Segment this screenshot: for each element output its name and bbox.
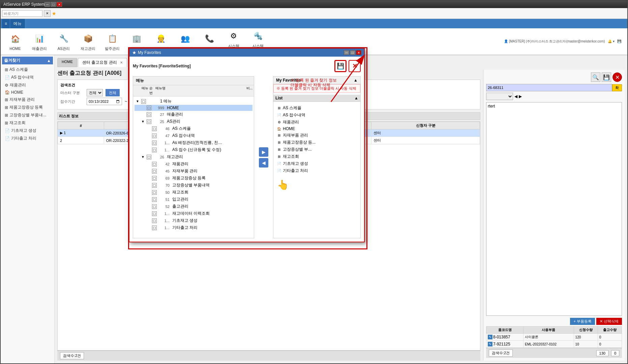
detail-row[interactable]: ✎ 8-013857 사이클론 120 0 [486, 334, 622, 341]
sidebar-item-fault-reg[interactable]: ⊞ 제품고장증상 등록 [2, 103, 53, 111]
restore-button[interactable]: □ [51, 2, 56, 7]
master-select[interactable]: 전체 [87, 89, 103, 96]
page-select[interactable] [486, 93, 513, 100]
nav-sales[interactable]: 📊 매출관리 [28, 31, 51, 53]
checkbox-base-stock[interactable]: □ [152, 218, 157, 223]
tree-item-fault-reg[interactable]: □ 69 제품고장증상 등록 [134, 175, 252, 182]
breadcrumb-input[interactable] [2, 10, 42, 17]
detail-row[interactable]: ✎ 7-921125 EML-20220327-0102 10 0 [486, 341, 622, 348]
checkbox-other-out[interactable]: □ [152, 225, 157, 230]
checkbox-home[interactable]: □ [147, 105, 151, 110]
clear-breadcrumb-button[interactable]: ✕ [44, 10, 51, 17]
fav-item-8[interactable]: 📄 기초재고 생성 [275, 160, 359, 167]
checkbox-as-new[interactable]: □ [152, 148, 157, 152]
myfav-collapse[interactable]: ▲ [354, 78, 358, 83]
checkbox-stock[interactable]: □ [147, 155, 151, 159]
tree-item-as-recv[interactable]: □ 47 AS 접수내역 [134, 132, 252, 139]
checkbox-inbound[interactable]: □ [152, 197, 157, 202]
fav-item-1[interactable]: 📄 AS 접수내역 [275, 112, 359, 119]
close-button[interactable]: ✕ [57, 2, 62, 7]
tree-item-parts[interactable]: □ 45 자재부품 관리 [134, 168, 252, 175]
modal-action-close-button[interactable]: ✕ [349, 60, 361, 72]
modal-minimize-btn[interactable]: ─ [344, 50, 349, 55]
checkbox-root[interactable]: □ [141, 99, 146, 104]
checkbox-fault-reg[interactable]: □ [152, 176, 157, 181]
fav-item-9[interactable]: 📄 기타출고 처리 [275, 167, 359, 174]
save-icon-btn[interactable]: 💾 [602, 72, 611, 82]
modal-restore-btn[interactable]: □ [350, 50, 355, 55]
nav-as[interactable]: 🔧 AS관리 [52, 31, 76, 53]
checkbox-outbound[interactable]: □ [152, 204, 157, 209]
fault-reg-icon: ⊞ [5, 105, 8, 110]
menu-tab-icon[interactable]: ≡ [2, 19, 10, 28]
fav-item-0[interactable]: ⊞ AS 스케플 [275, 104, 359, 112]
checkbox-fault-part[interactable]: □ [152, 183, 157, 188]
sidebar-item-stock-check[interactable]: ⊞ 재고조회 [2, 119, 53, 127]
tree-item-as-assign[interactable]: □ 1... As 배정관리(친척진룡, 친척착정, 휘스... [134, 139, 252, 146]
search-button[interactable]: 전체 [106, 89, 120, 96]
list-collapse[interactable]: ▲ [354, 96, 358, 100]
fav-item-5[interactable]: ⊞ 제품고장중상 등... [275, 139, 359, 146]
next-arrow[interactable]: ▶ [519, 94, 522, 99]
fav-item-7[interactable]: ⊞ 재고조회 [275, 153, 359, 160]
fav-item-4[interactable]: ⊞ 자재부품 관리 [275, 132, 359, 139]
close-icon-btn[interactable]: ✕ [612, 72, 622, 82]
checkbox-stock-hist[interactable]: □ [152, 211, 157, 216]
tree-item-as-sched[interactable]: □ 46 AS 스케플 [134, 125, 252, 132]
tab-center-out[interactable]: 센터 출고요청 관리 ✕ [78, 58, 127, 67]
tree-item-stock-view[interactable]: □ 50 재고조회 [134, 189, 252, 196]
fav-item-6[interactable]: ⊞ 고장중상별 부... [275, 146, 359, 153]
favorites-star-icon[interactable]: ★ [52, 11, 56, 16]
tree-item-root[interactable]: ▼ □ 1 메뉴 [134, 98, 252, 105]
tab-close-button[interactable]: ✕ [120, 61, 123, 64]
sidebar-item-fault-detail[interactable]: ⊞ 고장증상별 부품내... [2, 111, 53, 119]
tree-item-fault-part[interactable]: □ 70 고장증상별 부품내역 [134, 182, 252, 189]
checkbox-as[interactable]: □ [147, 119, 151, 124]
tree-item-other-out[interactable]: □ 1... 기타출고 처리 [134, 224, 252, 231]
checkbox-as-recv[interactable]: □ [152, 133, 157, 138]
transfer-left-button[interactable]: ◀ [259, 158, 268, 168]
tree-item-home[interactable]: □ 999 HOME [134, 105, 252, 111]
sidebar-item-other-out[interactable]: 📄 기타출고 처리 [2, 134, 53, 142]
tree-item-sales[interactable]: □ 27 매출관리 [134, 111, 252, 118]
checkbox-parts[interactable]: □ [152, 169, 157, 174]
checkbox-stock-view[interactable]: □ [152, 190, 157, 195]
tree-item-product[interactable]: □ 42 재품관리 [134, 160, 252, 168]
sidebar-item-home[interactable]: 🏠 HOME [2, 89, 53, 96]
sidebar-item-as-receipt[interactable]: 📄 AS 접수내역 [2, 73, 53, 81]
tree-item-base-stock[interactable]: □ 1... 기초재고 생성 [134, 217, 252, 224]
minimize-button[interactable]: ─ [44, 2, 50, 7]
modal-save-button[interactable]: 💾 [334, 60, 347, 72]
tab-home[interactable]: HOME [57, 58, 77, 67]
nav-inventory[interactable]: 📦 재고관리 [76, 31, 100, 53]
checkbox-product[interactable]: □ [152, 162, 157, 166]
sidebar-item-product-mgmt[interactable]: ⚙ 재품관리 [2, 81, 53, 89]
delete-selected-button[interactable]: ✕ 선택삭제 [596, 318, 622, 325]
tree-item-stock[interactable]: ▼ □ 26 재고관리 [134, 153, 252, 160]
tree-item-stock-hist[interactable]: □ 1... 재고데이터 이력조회 [134, 210, 252, 217]
menu-label[interactable]: 메뉴 [10, 19, 25, 28]
sidebar-toggle[interactable]: ▲ [47, 58, 51, 63]
checkbox-as-assign[interactable]: □ [152, 141, 157, 145]
fav-item-3[interactable]: 🏠 HOME [275, 126, 359, 132]
tree-item-as-new[interactable]: □ 1... AS 접수 (신규등록 및 수정) [134, 146, 252, 153]
confirm-button[interactable]: 확 [612, 84, 622, 91]
notes-area[interactable]: rtert [486, 102, 622, 316]
sidebar-item-as-schedule[interactable]: ⊞ AS 스케줄 [2, 66, 53, 73]
tree-item-as[interactable]: ▼ □ 25 AS관리 [134, 118, 252, 125]
nav-home[interactable]: 🏠 HOME [3, 31, 27, 52]
fav-item-2[interactable]: ⚙ 재품관리 [275, 119, 359, 126]
checkbox-as-sched[interactable]: □ [152, 126, 157, 131]
transfer-right-button[interactable]: ▶ [259, 147, 268, 157]
prev-arrow[interactable]: ◀ [514, 94, 517, 99]
add-part-button[interactable]: + 부품등록 [570, 318, 595, 325]
checkbox-sales[interactable]: □ [147, 112, 151, 117]
sidebar-item-parts[interactable]: ⊞ 자재부품 관리 [2, 96, 53, 103]
tree-item-inbound[interactable]: □ 51 입고관리 [134, 196, 252, 203]
date-from-input[interactable] [87, 98, 122, 105]
nav-order[interactable]: 📋 발주관리 [100, 31, 124, 53]
sidebar-item-base-stock[interactable]: 📄 기초재고 생성 [2, 127, 53, 134]
tree-item-outbound[interactable]: □ 52 출고관리 [134, 203, 252, 210]
search-icon-btn[interactable]: 🔍 [591, 72, 600, 82]
modal-close-btn[interactable]: ✕ [356, 50, 361, 55]
